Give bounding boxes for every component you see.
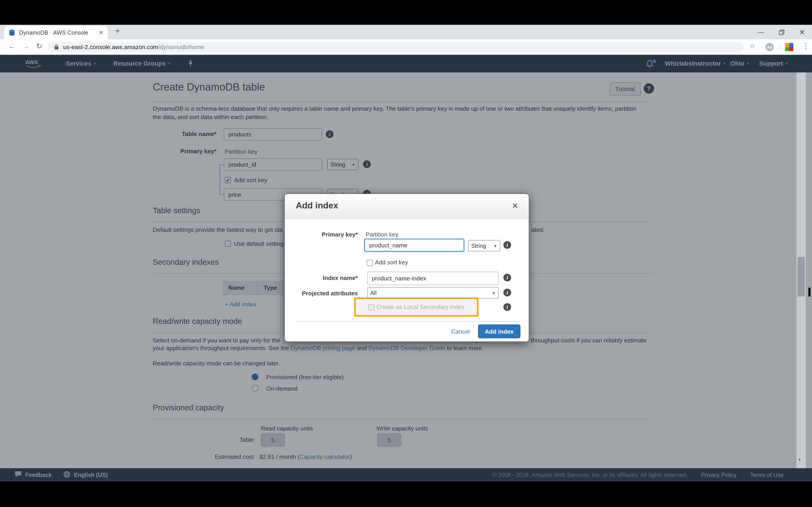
- modal-title: Add index: [296, 201, 338, 211]
- modal-partition-key-input[interactable]: [364, 238, 464, 252]
- lsi-label: Create as Local Secondary Index: [376, 304, 465, 310]
- url-path: /dynamodb/home: [158, 44, 204, 50]
- info-icon[interactable]: i: [503, 274, 511, 281]
- reload-button[interactable]: ↻: [36, 42, 42, 50]
- mouse-cursor: [808, 288, 810, 296]
- add-index-modal: Add index ✕ Primary key* Partition key S…: [284, 193, 529, 342]
- toolbar-divider: [780, 44, 780, 51]
- scrollbar-thumb[interactable]: [798, 257, 805, 296]
- tab-close-icon[interactable]: ✕: [99, 29, 104, 36]
- lsi-highlight-box: Create as Local Secondary Index: [354, 297, 478, 317]
- select-arrow-icon: ▼: [491, 244, 497, 247]
- modal-primary-key-label: Primary key*: [285, 231, 358, 237]
- lock-icon: [54, 44, 59, 50]
- modal-index-name-input[interactable]: [367, 272, 499, 285]
- antivirus-extension-icon[interactable]: [785, 43, 794, 51]
- scrollbar-down-arrow[interactable]: ▾: [799, 457, 801, 462]
- tab-strip: DynamoDB · AWS Console ✕ + — ✕: [0, 25, 812, 39]
- info-icon[interactable]: i: [503, 241, 511, 249]
- page-scrollbar[interactable]: ▾: [796, 72, 806, 468]
- cancel-button[interactable]: Cancel: [451, 328, 470, 335]
- info-icon[interactable]: i: [503, 289, 511, 296]
- modal-footer: CancelAdd index: [285, 324, 520, 338]
- bookmark-star-icon[interactable]: ☆: [749, 42, 755, 50]
- new-tab-button[interactable]: +: [115, 26, 120, 36]
- modal-partition-key-label: Partition key: [366, 231, 399, 237]
- modal-add-sort-key-checkbox[interactable]: [367, 260, 373, 266]
- lsi-checkbox[interactable]: [368, 304, 374, 310]
- add-index-button[interactable]: Add index: [478, 324, 520, 338]
- window-minimize-button[interactable]: —: [752, 25, 770, 39]
- modal-key-type-select[interactable]: String▼: [468, 240, 500, 251]
- restore-icon: [779, 29, 784, 35]
- select-arrow-icon: ▼: [489, 291, 496, 295]
- modal-index-name-label: Index name*: [285, 275, 358, 281]
- modal-divider: [294, 321, 520, 322]
- modal-projected-attributes-select[interactable]: All▼: [367, 287, 499, 298]
- info-icon[interactable]: i: [503, 303, 511, 311]
- browser-tab[interactable]: DynamoDB · AWS Console ✕: [4, 26, 108, 39]
- forward-button[interactable]: →: [22, 42, 30, 50]
- modal-projected-attributes-label: Projected attributes: [285, 290, 358, 296]
- window-restore-button[interactable]: [773, 25, 790, 39]
- tab-title: DynamoDB · AWS Console: [19, 30, 99, 36]
- back-button[interactable]: ←: [8, 42, 16, 50]
- window-close-button[interactable]: ✕: [794, 25, 811, 39]
- browser-toolbar: ← → ↻ us-east-2.console.aws.amazon.com/d…: [0, 39, 812, 55]
- adblock-extension-icon[interactable]: AD: [765, 43, 774, 51]
- dynamodb-favicon-icon: [8, 29, 16, 36]
- address-bar[interactable]: us-east-2.console.aws.amazon.com/dynamod…: [48, 42, 744, 52]
- modal-add-sort-key-label: Add sort key: [375, 259, 408, 265]
- url-host: us-east-2.console.aws.amazon.com: [63, 44, 158, 50]
- modal-close-icon[interactable]: ✕: [512, 201, 518, 211]
- modal-header: Add index ✕: [285, 194, 529, 219]
- browser-menu-icon[interactable]: ⋮: [802, 42, 810, 50]
- browser-window: DynamoDB · AWS Console ✕ + — ✕ ← → ↻: [0, 25, 812, 481]
